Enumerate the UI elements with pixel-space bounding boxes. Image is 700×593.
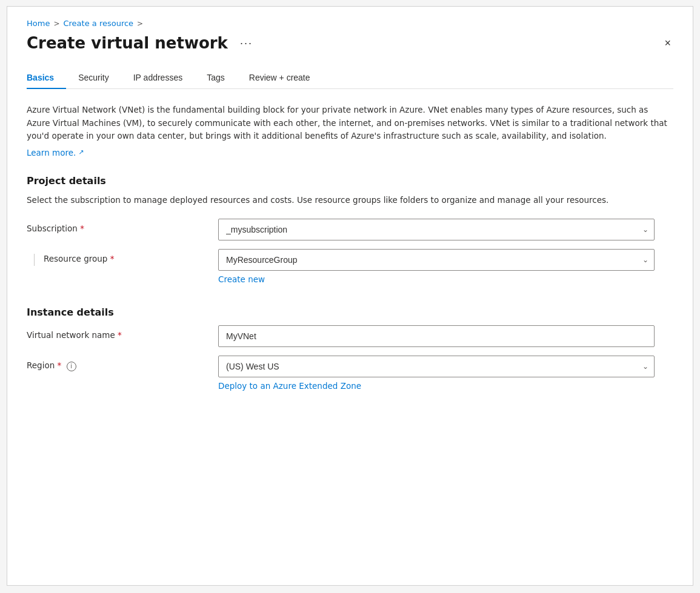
vnet-name-label-col: Virtual network name *: [27, 325, 208, 340]
indent-bar-line: [34, 254, 35, 266]
title-row: Create virtual network ··· ×: [27, 34, 673, 52]
tab-tags[interactable]: Tags: [195, 67, 237, 88]
learn-more-link[interactable]: Learn more. ↗: [27, 148, 84, 157]
breadcrumb: Home > Create a resource >: [27, 19, 673, 28]
resource-group-row: Resource group * MyResourceGroup ⌄ Creat…: [27, 249, 673, 285]
main-panel: Home > Create a resource > Create virtua…: [7, 6, 693, 586]
subscription-select-wrapper: _mysubscription ⌄: [218, 219, 655, 240]
breadcrumb-home[interactable]: Home: [27, 19, 50, 28]
tab-security[interactable]: Security: [66, 67, 121, 88]
tabs-bar: Basics Security IP addresses Tags Review…: [27, 67, 673, 89]
indent-bar: [27, 249, 41, 266]
subscription-control: _mysubscription ⌄: [218, 219, 655, 240]
resource-group-select[interactable]: MyResourceGroup: [218, 249, 655, 271]
resource-group-control: MyResourceGroup ⌄ Create new: [218, 249, 655, 285]
subscription-label-col: Subscription *: [27, 219, 208, 233]
vnet-name-required: *: [118, 330, 122, 340]
vnet-description: Azure Virtual Network (VNet) is the fund…: [27, 104, 669, 143]
region-label-col: Region * i: [27, 356, 208, 371]
subscription-row: Subscription * _mysubscription ⌄: [27, 219, 673, 240]
vnet-name-label: Virtual network name: [27, 330, 115, 340]
instance-details-title: Instance details: [27, 306, 673, 318]
project-details-title: Project details: [27, 175, 673, 187]
create-new-link[interactable]: Create new: [218, 274, 265, 284]
tab-basics[interactable]: Basics: [27, 67, 66, 88]
subscription-select[interactable]: _mysubscription: [218, 219, 655, 240]
breadcrumb-sep1: >: [53, 19, 59, 28]
project-details-desc: Select the subscription to manage deploy…: [27, 194, 669, 207]
external-link-icon: ↗: [78, 148, 84, 156]
breadcrumb-create-resource[interactable]: Create a resource: [63, 19, 133, 28]
region-select[interactable]: (US) West US: [218, 356, 655, 377]
subscription-label: Subscription: [27, 224, 78, 233]
breadcrumb-sep2: >: [137, 19, 143, 28]
resource-group-required: *: [110, 254, 115, 263]
vnet-name-row: Virtual network name *: [27, 325, 673, 347]
region-required: *: [58, 360, 62, 370]
tab-ip-addresses[interactable]: IP addresses: [121, 67, 195, 88]
more-options-button[interactable]: ···: [235, 35, 258, 52]
close-button[interactable]: ×: [662, 35, 673, 51]
region-row: Region * i (US) West US ⌄ Deploy to an A…: [27, 356, 673, 391]
vnet-name-control: [218, 325, 655, 347]
region-select-wrapper: (US) West US ⌄: [218, 356, 655, 377]
vnet-name-input[interactable]: [218, 325, 655, 347]
resource-group-select-wrapper: MyResourceGroup ⌄: [218, 249, 655, 271]
region-label: Region: [27, 360, 55, 370]
title-left: Create virtual network ···: [27, 34, 258, 52]
resource-group-label: Resource group *: [44, 249, 114, 263]
tab-review-create[interactable]: Review + create: [237, 67, 322, 88]
page-title: Create virtual network: [27, 34, 228, 52]
subscription-required: *: [80, 224, 84, 233]
region-control: (US) West US ⌄ Deploy to an Azure Extend…: [218, 356, 655, 391]
region-info-icon[interactable]: i: [67, 362, 76, 371]
deploy-extended-zone-link[interactable]: Deploy to an Azure Extended Zone: [218, 381, 361, 391]
resource-group-label-col: Resource group *: [27, 249, 208, 266]
